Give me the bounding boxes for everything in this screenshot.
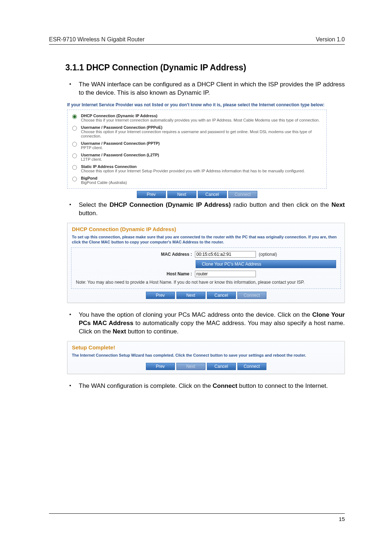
prev-button[interactable]: Prev (137, 191, 166, 198)
paragraph: Select the DHCP Connection (Dynamic IP A… (67, 201, 345, 218)
section-title: 3.1.1 DHCP Connection (Dynamic IP Addres… (65, 63, 345, 73)
dhcp-note: Note: You may also need to provide a Hos… (72, 278, 340, 286)
next-button[interactable]: Next (176, 292, 205, 299)
paragraph: The WAN configuration is complete. Click… (67, 382, 345, 390)
cancel-button[interactable]: Cancel (207, 363, 236, 370)
host-label: Host Name : (76, 271, 192, 276)
panel-title: DHCP Connection (Dynamic IP Address) (68, 223, 344, 234)
connect-button[interactable]: Connect (237, 363, 266, 370)
paragraph: The WAN interface can be configured as a… (67, 81, 345, 97)
panel-subtitle: The Internet Connection Setup Wizard has… (68, 352, 344, 361)
connect-button-disabled: Connect (228, 191, 257, 198)
cancel-button[interactable]: Cancel (207, 292, 236, 299)
prev-button[interactable]: Prev (146, 363, 175, 370)
next-button[interactable]: Next (167, 191, 196, 198)
opt-title: BigPond (81, 176, 323, 180)
panel-title: Setup Complete! (68, 341, 344, 352)
opt-title: Username / Password Connection (L2TP) (81, 153, 323, 157)
opt-title: Username / Password Connection (PPPoE) (81, 125, 323, 130)
clone-mac-button[interactable]: Clone Your PC's MAC Address (196, 260, 336, 268)
opt-desc: PPTP client. (81, 145, 323, 150)
radio-dhcp[interactable] (72, 114, 77, 119)
cancel-button[interactable]: Cancel (198, 191, 227, 198)
opt-desc: Choose this option if your Internet conn… (81, 130, 323, 138)
prev-button[interactable]: Prev (146, 292, 175, 299)
opt-title: DHCP Connection (Dynamic IP Address) (81, 114, 323, 118)
panel-subtitle: To set up this connection, please make s… (68, 234, 344, 248)
mac-label: MAC Address : (76, 252, 192, 257)
paragraph: You have the option of cloning your PCs … (67, 311, 345, 336)
dhcp-panel: DHCP Connection (Dynamic IP Address) To … (67, 223, 345, 303)
host-input[interactable] (195, 271, 256, 277)
opt-desc: Choose this option if your Internet Setu… (81, 169, 323, 173)
connection-type-list: DHCP Connection (Dynamic IP Address)Choo… (67, 110, 327, 189)
wizard-intro: If your Internet Service Provider was no… (67, 102, 345, 107)
doc-header-left: ESR-9710 Wireless N Gigabit Router (49, 36, 144, 43)
opt-desc: Choose this if your Internet connection … (81, 118, 323, 122)
radio-l2tp[interactable] (72, 153, 77, 158)
opt-desc: L2TP client. (81, 157, 323, 161)
mac-input[interactable] (195, 251, 256, 258)
radio-static[interactable] (72, 165, 77, 170)
mac-hint: (optional) (259, 252, 277, 257)
next-button-disabled: Next (176, 363, 205, 370)
complete-panel: Setup Complete! The Internet Connection … (67, 341, 345, 374)
doc-header-right: Version 1.0 (316, 36, 345, 43)
connect-button-disabled: Connect (237, 292, 266, 299)
opt-title: Static IP Address Connection (81, 164, 323, 169)
opt-title: Username / Password Connection (PPTP) (81, 141, 323, 145)
radio-bigpond[interactable] (72, 177, 77, 181)
radio-pptp[interactable] (72, 142, 77, 147)
opt-desc: BigPond Cable (Australia) (81, 180, 323, 185)
radio-pppoe[interactable] (72, 126, 77, 131)
page-number: 15 (49, 516, 345, 522)
